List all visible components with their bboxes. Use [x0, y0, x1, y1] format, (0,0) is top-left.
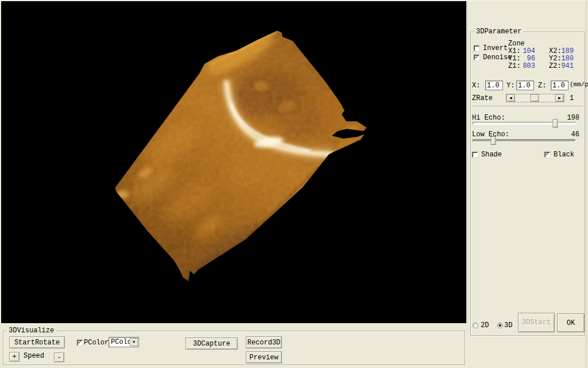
low-echo-slider[interactable]	[473, 136, 576, 145]
zone-z1-label: Z1:	[508, 63, 521, 70]
viewport-right-border	[466, 1, 467, 323]
arrow-left-icon: ◄	[509, 95, 512, 101]
check-icon: ✓	[78, 339, 82, 346]
pcolor-checkbox[interactable]: ✓	[77, 340, 83, 346]
speed-label: Speed	[24, 352, 44, 360]
render-viewport[interactable]	[1, 1, 466, 323]
parameter-groupbox: 3DParameter ✓ Invert ✓ Denoise Zone X1: …	[470, 32, 585, 336]
shade-checkbox[interactable]: ✓	[472, 152, 478, 158]
pcolor-dropdown[interactable]: PColor ▼	[109, 337, 139, 347]
denoise-checkbox[interactable]: ✓	[474, 55, 479, 60]
radio-3d[interactable]	[497, 323, 503, 328]
window-right-edge	[586, 0, 586, 368]
zrate-value: 1	[570, 95, 574, 102]
dropdown-arrow-button[interactable]: ▼	[130, 338, 138, 346]
speed-plus-button[interactable]: +	[9, 352, 20, 362]
hi-echo-slider-track[interactable]	[473, 122, 576, 125]
radio-3d-label: 3D	[504, 322, 512, 329]
low-echo-slider-track[interactable]	[473, 139, 576, 142]
ultrasound-3d-dialog: { "colors": { "dialog_bg": "#ece9d8", "v…	[0, 0, 588, 368]
invert-label: Invert	[483, 45, 508, 52]
chevron-down-icon: ▼	[133, 340, 135, 344]
denoise-label: Denoise	[483, 54, 512, 62]
record3d-button[interactable]: Record3D	[246, 336, 282, 348]
preview-button[interactable]: Preview	[246, 351, 282, 363]
check-icon: ✓	[546, 151, 549, 158]
start3d-button[interactable]: 3DStart	[518, 313, 555, 332]
zone-z2-value: 941	[558, 63, 574, 70]
hi-echo-slider-thumb[interactable]	[553, 119, 558, 128]
visualize-groupbox: 3DVisualize StartRotate ✓ PColor PColor …	[3, 331, 465, 365]
scale-unit-label: (mm/p)	[570, 81, 588, 89]
visualize-groupbox-title: 3DVisualize	[7, 327, 56, 335]
hi-echo-slider[interactable]	[473, 118, 576, 128]
arrow-right-icon: ►	[558, 95, 561, 101]
black-checkbox[interactable]: ✓	[544, 152, 550, 158]
z-scale-label: Z:	[538, 82, 546, 90]
ok-button[interactable]: OK	[557, 313, 585, 332]
pcolor-label: PColor	[84, 339, 109, 347]
speed-minus-button[interactable]: -	[54, 352, 64, 362]
zrate-scroll-right-button[interactable]: ►	[555, 94, 564, 102]
black-label: Black	[554, 151, 574, 159]
radio-2d[interactable]	[473, 323, 478, 328]
capture3d-button[interactable]: 3DCapture	[185, 338, 238, 350]
z-scale-input[interactable]	[551, 80, 568, 90]
ultrasound-3d-render	[1, 1, 466, 323]
zrate-scroll-left-button[interactable]: ◄	[506, 94, 515, 102]
zrate-scrollbar[interactable]: ◄ ►	[506, 94, 564, 102]
invert-checkbox[interactable]: ✓	[474, 45, 479, 51]
radio-2d-label: 2D	[481, 322, 489, 329]
y-scale-label: Y:	[506, 82, 514, 90]
radio-dot-icon	[499, 324, 501, 327]
zrate-label: ZRate	[472, 95, 493, 102]
y-scale-input[interactable]	[516, 80, 534, 90]
low-echo-slider-thumb[interactable]	[491, 136, 496, 145]
x-scale-label: X:	[472, 82, 480, 90]
parameter-groupbox-title: 3DParameter	[474, 28, 523, 36]
x-scale-input[interactable]	[485, 80, 503, 90]
start-rotate-button[interactable]: StartRotate	[9, 336, 65, 348]
zone-z1-value: 803	[520, 63, 535, 70]
shade-label: Shade	[481, 151, 502, 159]
separator-line	[472, 106, 583, 107]
zrate-scroll-thumb[interactable]	[531, 94, 539, 102]
check-icon: ✓	[475, 54, 478, 60]
